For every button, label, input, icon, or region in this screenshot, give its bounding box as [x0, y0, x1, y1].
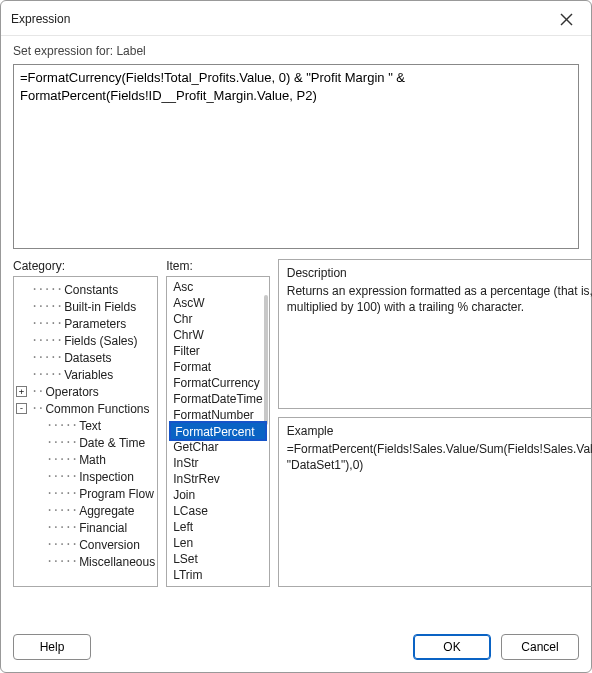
tree-item-label: Common Functions	[45, 402, 149, 416]
tree-item-label: Inspection	[79, 470, 134, 484]
tree-branch-icon: ·····	[46, 537, 77, 551]
list-item[interactable]: Chr	[167, 311, 269, 327]
list-item[interactable]: FormatCurrency	[167, 375, 269, 391]
tree-item[interactable]: ·····Fields (Sales)	[16, 332, 155, 349]
list-item[interactable]: Format	[167, 359, 269, 375]
item-column: Item: AscAscWChrChrWFilterFormatFormatCu…	[166, 259, 270, 587]
tree-item-label: Operators	[45, 385, 98, 399]
tree-item[interactable]: ·····Variables	[16, 366, 155, 383]
tree-item-label: Datasets	[64, 351, 111, 365]
list-item[interactable]: Filter	[167, 343, 269, 359]
list-item[interactable]: InStrRev	[167, 471, 269, 487]
tree-item-label: Conversion	[79, 538, 140, 552]
tree-item[interactable]: ·····Conversion	[16, 536, 155, 553]
titlebar: Expression	[1, 1, 591, 36]
category-column: Category: ·····Constants·····Built-in Fi…	[13, 259, 158, 587]
tree-item-label: Variables	[64, 368, 113, 382]
tree-branch-icon: ·····	[31, 367, 62, 381]
tree-branch-icon: ·····	[31, 299, 62, 313]
item-label: Item:	[166, 259, 270, 273]
tree-branch-icon: ·····	[46, 503, 77, 517]
tree-item[interactable]: ·····Aggregate	[16, 502, 155, 519]
category-label: Category:	[13, 259, 158, 273]
tree-item-label: Aggregate	[79, 504, 134, 518]
tree-branch-icon: ·····	[46, 452, 77, 466]
lower-panels: Category: ·····Constants·····Built-in Fi…	[13, 259, 579, 587]
tree-branch-icon: ·····	[31, 282, 62, 296]
example-box: Example =FormatPercent(Fields!Sales.Valu…	[278, 417, 592, 587]
set-expression-for-label: Set expression for: Label	[13, 44, 579, 58]
tree-item[interactable]: ·····Date & Time	[16, 434, 155, 451]
tree-item-label: Constants	[64, 283, 118, 297]
tree-item[interactable]: ·····Financial	[16, 519, 155, 536]
tree-item[interactable]: ·····Constants	[16, 281, 155, 298]
list-item[interactable]: Mid	[167, 583, 269, 587]
list-item[interactable]: Join	[167, 487, 269, 503]
dialog-title: Expression	[11, 12, 70, 26]
expression-input[interactable]	[13, 64, 579, 249]
example-title: Example	[287, 424, 592, 438]
description-box: Description Returns an expression format…	[278, 259, 592, 409]
tree-item[interactable]: ·····Miscellaneous	[16, 553, 155, 570]
category-tree[interactable]: ·····Constants·····Built-in Fields·····P…	[13, 276, 158, 587]
tree-branch-icon: ··	[31, 384, 43, 398]
item-list[interactable]: AscAscWChrChrWFilterFormatFormatCurrency…	[166, 276, 270, 587]
tree-item-expandable[interactable]: -··Common Functions	[16, 400, 155, 417]
description-text: Returns an expression formatted as a per…	[287, 284, 592, 315]
tree-item-label: Parameters	[64, 317, 126, 331]
tree-item-label: Date & Time	[79, 436, 145, 450]
tree-item[interactable]: ·····Text	[16, 417, 155, 434]
expand-icon[interactable]: +	[16, 386, 27, 397]
close-icon	[560, 13, 573, 26]
tree-item[interactable]: ·····Parameters	[16, 315, 155, 332]
list-item[interactable]: Len	[167, 535, 269, 551]
list-item[interactable]: GetChar	[167, 439, 269, 455]
tree-branch-icon: ·····	[31, 333, 62, 347]
list-item-selected[interactable]: FormatPercent	[169, 421, 267, 441]
tree-branch-icon: ·····	[46, 486, 77, 500]
list-item[interactable]: Left	[167, 519, 269, 535]
tree-branch-icon: ·····	[46, 469, 77, 483]
tree-item-label: Miscellaneous	[79, 555, 155, 569]
tree-branch-icon: ·····	[46, 435, 77, 449]
list-item[interactable]: Asc	[167, 279, 269, 295]
expression-dialog: Expression Set expression for: Label Cat…	[0, 0, 592, 673]
tree-branch-icon: ·····	[46, 554, 77, 568]
tree-branch-icon: ·····	[46, 520, 77, 534]
dialog-content: Set expression for: Label Category: ····…	[1, 36, 591, 624]
tree-item-expandable[interactable]: +··Operators	[16, 383, 155, 400]
tree-item-label: Text	[79, 419, 101, 433]
button-row: Help OK Cancel	[1, 624, 591, 672]
ok-button[interactable]: OK	[413, 634, 491, 660]
tree-item[interactable]: ·····Inspection	[16, 468, 155, 485]
example-text: =FormatPercent(Fields!Sales.Value/Sum(Fi…	[287, 442, 592, 473]
help-button[interactable]: Help	[13, 634, 91, 660]
cancel-button[interactable]: Cancel	[501, 634, 579, 660]
list-item[interactable]: LCase	[167, 503, 269, 519]
close-button[interactable]	[551, 7, 581, 31]
list-item[interactable]: FormatDateTime	[167, 391, 269, 407]
tree-branch-icon: ·····	[31, 350, 62, 364]
list-item[interactable]: InStr	[167, 455, 269, 471]
description-column: Description Returns an expression format…	[278, 259, 592, 587]
tree-item-label: Financial	[79, 521, 127, 535]
tree-item[interactable]: ·····Math	[16, 451, 155, 468]
tree-item[interactable]: ·····Program Flow	[16, 485, 155, 502]
tree-item-label: Program Flow	[79, 487, 154, 501]
scrollbar-thumb[interactable]	[264, 295, 268, 425]
list-item[interactable]: LTrim	[167, 567, 269, 583]
tree-item-label: Fields (Sales)	[64, 334, 137, 348]
tree-item-label: Built-in Fields	[64, 300, 136, 314]
tree-branch-icon: ··	[31, 401, 43, 415]
tree-branch-icon: ·····	[46, 418, 77, 432]
tree-item[interactable]: ·····Built-in Fields	[16, 298, 155, 315]
collapse-icon[interactable]: -	[16, 403, 27, 414]
description-title: Description	[287, 266, 592, 280]
tree-item[interactable]: ·····Datasets	[16, 349, 155, 366]
tree-branch-icon: ·····	[31, 316, 62, 330]
tree-item-label: Math	[79, 453, 106, 467]
list-item[interactable]: AscW	[167, 295, 269, 311]
list-item[interactable]: ChrW	[167, 327, 269, 343]
list-item[interactable]: LSet	[167, 551, 269, 567]
